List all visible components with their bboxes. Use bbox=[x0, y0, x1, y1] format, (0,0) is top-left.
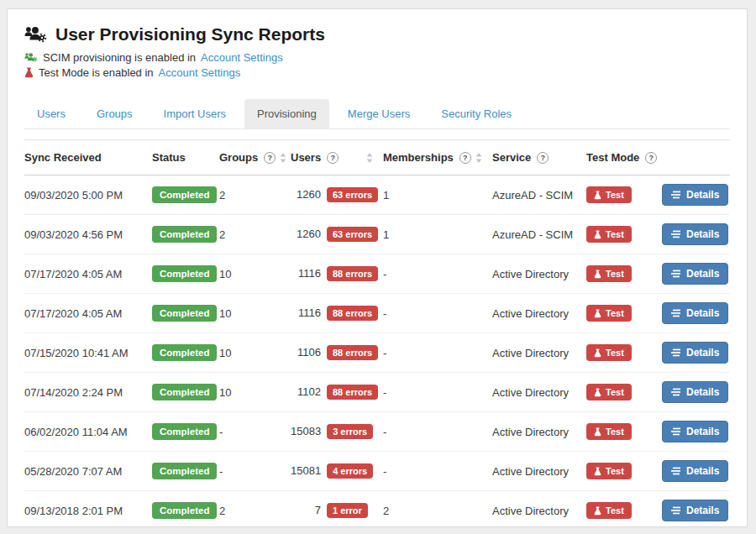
test-mode-cell: Test bbox=[586, 294, 662, 333]
details-button[interactable]: Details bbox=[662, 302, 728, 324]
service-cell: Active Directory bbox=[492, 531, 586, 534]
stream-lines-icon bbox=[671, 348, 681, 357]
sync-received-cell: 09/13/2018 10:29 AM bbox=[24, 531, 152, 534]
details-cell: Details bbox=[662, 531, 730, 534]
status-cell: Completed bbox=[152, 215, 219, 254]
details-button[interactable]: Details bbox=[662, 381, 728, 403]
account-settings-link[interactable]: Account Settings bbox=[201, 51, 283, 64]
details-button[interactable]: Details bbox=[662, 460, 728, 482]
status-badge: Completed bbox=[152, 305, 217, 322]
status-cell: Completed bbox=[152, 333, 219, 373]
help-icon[interactable]: ? bbox=[645, 152, 657, 164]
stream-lines-icon bbox=[671, 467, 681, 475]
page-title: User Provisioning Sync Reports bbox=[55, 24, 325, 44]
errors-badge: 88 errors bbox=[327, 266, 378, 281]
sync-received-cell: 07/17/2020 4:05 AM bbox=[24, 254, 152, 294]
status-badge: Completed bbox=[152, 226, 217, 243]
service-cell: Active Directory bbox=[492, 254, 586, 294]
users-count: 7 bbox=[291, 504, 321, 516]
test-mode-notice: Test Mode is enabled in Account Settings bbox=[24, 66, 730, 79]
memberships-cell: 1 bbox=[383, 215, 492, 254]
flask-icon bbox=[594, 506, 601, 516]
users-cell: 111688 errors bbox=[291, 254, 383, 294]
details-button[interactable]: Details bbox=[662, 223, 728, 245]
groups-cell: - bbox=[219, 412, 291, 452]
errors-badge: 88 errors bbox=[327, 306, 378, 321]
memberships-cell: 2 bbox=[383, 491, 492, 531]
flask-icon bbox=[24, 67, 34, 78]
memberships-cell: - bbox=[383, 254, 492, 294]
status-cell: Completed bbox=[152, 412, 219, 452]
account-settings-link[interactable]: Account Settings bbox=[159, 66, 241, 79]
details-cell: Details bbox=[662, 412, 730, 452]
test-mode-badge: Test bbox=[586, 384, 632, 400]
details-button[interactable]: Details bbox=[662, 184, 728, 206]
users-count: 1260 bbox=[291, 188, 321, 201]
memberships-cell: 1 bbox=[383, 175, 492, 215]
memberships-cell: - bbox=[383, 452, 492, 491]
tab-merge-users[interactable]: Merge Users bbox=[335, 99, 423, 128]
users-cell: 110688 errors bbox=[291, 333, 383, 373]
users-cell: 150833 errors bbox=[291, 412, 383, 452]
details-cell: Details bbox=[662, 254, 730, 294]
details-button[interactable]: Details bbox=[662, 500, 728, 521]
sort-icon[interactable] bbox=[280, 153, 286, 163]
details-cell: Details bbox=[662, 294, 730, 333]
groups-cell: 10 bbox=[219, 333, 291, 373]
service-cell: AzureAD - SCIM bbox=[492, 175, 586, 215]
test-mode-cell: Test bbox=[586, 373, 662, 412]
details-button[interactable]: Details bbox=[662, 263, 728, 285]
test-mode-badge: Test bbox=[586, 344, 632, 361]
errors-badge: 63 errors bbox=[327, 227, 378, 242]
table-row: 07/17/2020 4:05 AM Completed 10 111688 e… bbox=[24, 254, 730, 294]
memberships-cell: - bbox=[383, 333, 492, 373]
sort-icon[interactable] bbox=[475, 153, 482, 163]
sync-received-cell: 09/13/2018 2:01 PM bbox=[24, 491, 152, 531]
tab-users[interactable]: Users bbox=[24, 99, 78, 128]
sort-icon[interactable] bbox=[366, 153, 373, 163]
errors-badge: 3 errors bbox=[327, 424, 373, 439]
status-cell: Completed bbox=[152, 491, 219, 531]
details-cell: Details bbox=[662, 491, 730, 531]
service-cell: Active Directory bbox=[492, 373, 586, 412]
users-count: 1106 bbox=[291, 346, 321, 359]
tab-import-users[interactable]: Import Users bbox=[151, 99, 239, 128]
column-header-groups: Groups ? bbox=[219, 140, 291, 175]
sync-received-cell: 07/14/2020 2:24 PM bbox=[24, 373, 152, 412]
scim-notice-text: SCIM provisioning is enabled in bbox=[43, 51, 196, 64]
users-cog-icon bbox=[24, 52, 38, 63]
details-cell: Details bbox=[662, 373, 730, 412]
memberships-cell: 2 bbox=[383, 531, 492, 534]
details-button[interactable]: Details bbox=[662, 421, 728, 442]
test-mode-badge: Test bbox=[586, 265, 632, 282]
report-card: User Provisioning Sync Reports SCIM prov… bbox=[7, 8, 748, 527]
help-icon[interactable]: ? bbox=[459, 152, 471, 164]
column-header-sync-received: Sync Received bbox=[24, 140, 152, 175]
service-cell: Active Directory bbox=[492, 333, 586, 373]
help-icon[interactable]: ? bbox=[327, 152, 339, 164]
table-row: 07/15/2020 10:41 AM Completed 10 110688 … bbox=[24, 333, 730, 373]
flask-icon bbox=[594, 467, 601, 476]
flask-icon bbox=[594, 388, 601, 397]
column-header-status: Status bbox=[152, 140, 219, 175]
groups-cell: 10 bbox=[219, 373, 291, 412]
status-badge: Completed bbox=[152, 463, 217, 479]
column-header-service: Service ? bbox=[492, 140, 586, 175]
help-icon[interactable]: ? bbox=[264, 152, 276, 164]
sync-received-cell: 09/03/2020 4:56 PM bbox=[24, 215, 152, 254]
table-body: 09/03/2020 5:00 PM Completed 2 126063 er… bbox=[24, 175, 730, 534]
groups-cell: 2 bbox=[219, 175, 291, 215]
errors-badge: 88 errors bbox=[327, 345, 378, 360]
sync-received-cell: 06/02/2020 11:04 AM bbox=[24, 412, 152, 452]
help-icon[interactable]: ? bbox=[537, 152, 549, 164]
tab-provisioning[interactable]: Provisioning bbox=[244, 99, 329, 128]
sync-received-cell: 09/03/2020 5:00 PM bbox=[24, 175, 152, 215]
page-title-row: User Provisioning Sync Reports bbox=[24, 24, 730, 44]
tab-groups[interactable]: Groups bbox=[84, 99, 145, 128]
users-count: 1116 bbox=[291, 267, 321, 280]
table-row: 06/02/2020 11:04 AM Completed - 150833 e… bbox=[24, 412, 730, 452]
tab-security-roles[interactable]: Security Roles bbox=[428, 99, 524, 128]
status-cell: Completed bbox=[152, 373, 219, 412]
table-row: 07/14/2020 2:24 PM Completed 10 110288 e… bbox=[24, 373, 730, 412]
details-button[interactable]: Details bbox=[662, 342, 728, 364]
